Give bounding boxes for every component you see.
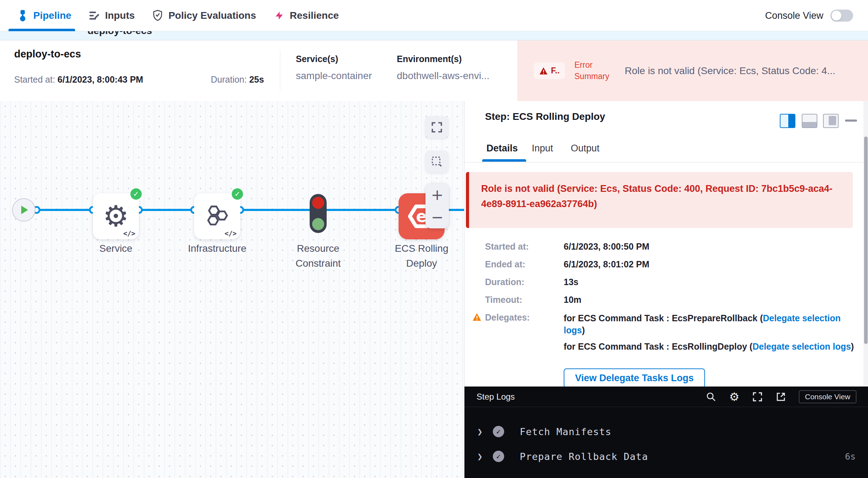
step-error-message: Role is not valid (Service: Ecs, Status …	[466, 172, 853, 228]
run-started: Started at: 6/1/2023, 8:00:43 PM	[14, 74, 143, 85]
started-label: Started at:	[14, 74, 55, 84]
play-icon	[21, 206, 28, 214]
chevron-right-icon[interactable]: ❯	[477, 451, 493, 462]
fullscreen-icon	[431, 121, 443, 133]
panel-scrollbar-track	[863, 101, 868, 387]
tab-label: Policy Evaluations	[168, 10, 256, 21]
gear-icon: ⚙	[103, 202, 129, 231]
inputs-icon	[89, 10, 100, 21]
run-summary-header: deploy-to-ecs Started at: 6/1/2023, 8:00…	[0, 40, 868, 101]
code-icon: </>	[225, 229, 237, 237]
step-logs-header: Step Logs ⚙ Console View	[464, 387, 868, 407]
tab-details[interactable]: Details	[486, 143, 518, 154]
services-label: Service(s)	[296, 54, 338, 64]
services-value[interactable]: sample-container	[296, 70, 372, 82]
log-settings-gear-icon[interactable]: ⚙	[729, 391, 739, 402]
delegate-text: )	[582, 325, 585, 335]
expand-logs-icon[interactable]	[752, 391, 763, 402]
node-resource-constraint[interactable]	[310, 194, 327, 233]
active-tab-indicator	[482, 159, 526, 162]
environments-value[interactable]: dbothwell-aws-envi...	[397, 70, 489, 82]
layout-floating-panel-icon[interactable]	[823, 114, 839, 128]
delegate-text: for ECS Command Task : EcsRollingDeploy …	[564, 341, 753, 351]
delegate-line: for ECS Command Task : EcsPrepareRollbac…	[564, 312, 861, 337]
pipeline-canvas[interactable]: ⚙ </> ✓ Service </> ✓ Infrastructure Res…	[0, 101, 464, 478]
log-entries: ❯ ✓ Fetch Manifests ❯ ✓ Prepare Rollback…	[464, 407, 868, 469]
delegate-selection-logs-link[interactable]: Delegate selection logs	[753, 341, 851, 351]
logs-console-view-button[interactable]: Console View	[799, 390, 856, 403]
detail-row: Started at: 6/1/2023, 8:00:50 PM	[485, 241, 861, 252]
minimize-panel-icon[interactable]	[845, 119, 857, 122]
duration-label: Duration:	[211, 74, 247, 84]
traffic-green-light	[312, 218, 324, 230]
error-summary-message[interactable]: Role is not valid (Service: Ecs, Status …	[625, 65, 868, 77]
hexagons-icon	[203, 203, 231, 229]
search-icon[interactable]	[706, 391, 716, 402]
log-entry[interactable]: ❯ ✓ Prepare Rollback Data 6s	[464, 444, 868, 469]
chevron-right-icon[interactable]: ❯	[477, 427, 493, 437]
log-entry-label: Fetch Manifests	[520, 426, 856, 437]
delegate-text: for ECS Command Task : EcsPrepareRollbac…	[564, 313, 763, 323]
detail-label: Ended at:	[485, 259, 564, 269]
error-summary-label: Error Summary	[574, 60, 615, 82]
delegates-label-wrap: Delegates:	[485, 312, 564, 357]
console-view-label: Console View	[765, 10, 823, 21]
view-delegate-tasks-logs-button[interactable]: View Delegate Tasks Logs	[564, 368, 705, 388]
detail-row: Duration: 13s	[485, 277, 861, 287]
log-entry[interactable]: ❯ ✓ Fetch Manifests	[464, 419, 868, 444]
canvas-select-button[interactable]	[425, 151, 449, 173]
tab-output[interactable]: Output	[571, 143, 599, 154]
log-entry-label: Prepare Rollback Data	[520, 451, 845, 462]
error-summary-bar: F.. Error Summary Role is not valid (Ser…	[517, 40, 868, 101]
connector-line	[36, 209, 93, 211]
layout-bottom-panel-icon[interactable]	[802, 114, 817, 128]
detail-value: 13s	[564, 277, 579, 287]
panel-scrollbar-thumb[interactable]	[864, 137, 868, 344]
tab-input[interactable]: Input	[532, 143, 553, 154]
step-panel-title: Step: ECS Rolling Deploy	[485, 111, 605, 122]
tab-label: Inputs	[105, 10, 135, 21]
node-label-infrastructure: Infrastructure	[178, 241, 256, 256]
detail-label: Duration:	[485, 277, 564, 287]
node-service[interactable]: ⚙ </> ✓	[93, 193, 139, 239]
layout-right-panel-icon[interactable]	[780, 114, 795, 128]
zoom-out-button[interactable]: −	[425, 206, 449, 228]
open-external-icon[interactable]	[776, 391, 786, 402]
layout-fill	[802, 122, 817, 127]
log-entry-duration: 6s	[845, 451, 856, 462]
console-view-toggle[interactable]	[830, 10, 853, 22]
tab-resilience[interactable]: Resilience	[274, 10, 339, 21]
resilience-chaos-icon	[274, 10, 284, 21]
node-label-service: Service	[77, 241, 155, 256]
tab-row-border	[464, 162, 863, 162]
clipped-run-title: deploy-to-ecs	[88, 31, 152, 37]
node-label-ecs-rolling-deploy: ECS Rolling Deploy	[383, 241, 461, 271]
log-success-check-icon: ✓	[493, 426, 504, 437]
node-label-resource-constraint: Resource Constraint	[279, 241, 357, 271]
node-infrastructure[interactable]: </> ✓	[194, 193, 240, 239]
delegate-line: for ECS Command Task : EcsRollingDeploy …	[564, 341, 861, 353]
shield-check-icon	[152, 10, 163, 21]
nav-tabs: Pipeline Inputs Policy Evaluations Resil…	[17, 0, 339, 31]
detail-value: 10m	[564, 295, 581, 305]
pipeline-start-node[interactable]	[12, 198, 35, 222]
delegates-warning-icon	[472, 313, 481, 321]
canvas-fullscreen-button[interactable]	[425, 116, 449, 138]
tab-pipeline[interactable]: Pipeline	[17, 10, 71, 22]
success-check-icon: ✓	[231, 187, 244, 201]
detail-value: 6/1/2023, 8:01:02 PM	[564, 259, 649, 269]
marquee-select-icon	[431, 156, 443, 168]
header-divider	[280, 50, 280, 90]
detail-row: Timeout: 10m	[485, 295, 861, 305]
detail-label: Started at:	[485, 241, 564, 252]
delegate-text: )	[851, 341, 854, 351]
active-tab-indicator	[9, 29, 75, 31]
detail-label: Timeout:	[485, 295, 564, 305]
tab-policy-evaluations[interactable]: Policy Evaluations	[152, 10, 256, 21]
step-logs-panel: Step Logs ⚙ Console View ❯ ✓ Fetch Manif…	[464, 387, 868, 478]
delegates-label: Delegates:	[485, 312, 530, 322]
delegates-row: Delegates: for ECS Command Task : EcsPre…	[485, 312, 861, 357]
zoom-in-button[interactable]: +	[425, 184, 449, 206]
tab-inputs[interactable]: Inputs	[89, 10, 135, 21]
scrolled-title-strip: deploy-to-ecs	[0, 31, 868, 40]
